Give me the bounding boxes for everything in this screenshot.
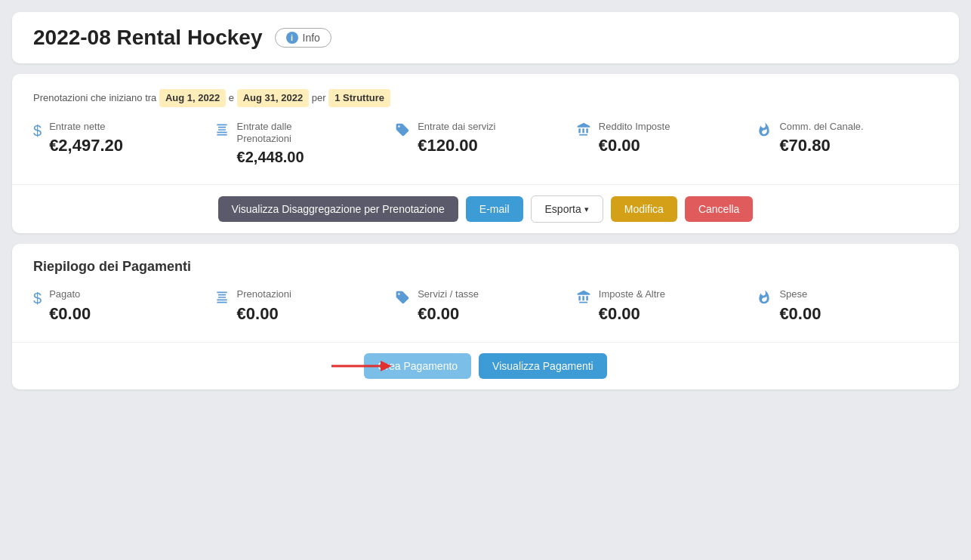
bottom-actions: Crea Pagamento Visualizza Pagamenti (12, 343, 959, 389)
header-text: Prenotazioni che iniziano tra (33, 92, 156, 103)
payment-value-2: €0.00 (418, 304, 479, 324)
stat-item-3: Reddito Imposte €0.00 (576, 121, 757, 156)
info-icon: i (286, 32, 298, 44)
stat-value-0: €2,497.20 (49, 136, 123, 155)
stat-item-4: Comm. del Canale. €70.80 (757, 121, 938, 156)
stat-value-1: €2,448.00 (237, 149, 304, 166)
action-bar: Visualizza Disaggregazione per Prenotazi… (12, 185, 959, 233)
payment-value-0: €0.00 (49, 304, 91, 324)
info-button-label: Info (303, 32, 320, 44)
esporta-label: Esporta (545, 203, 581, 215)
stats-header: Prenotazioni che iniziano tra Aug 1, 202… (33, 89, 938, 107)
crea-pagamento-button[interactable]: Crea Pagamento (364, 353, 471, 379)
stats-row: $ Entrate nette €2,497.20 Entrate dalleP… (33, 121, 938, 167)
email-button[interactable]: E-mail (466, 196, 523, 222)
payment-stat-2: Servizi / tasse €0.00 (395, 288, 576, 324)
payment-stat-0: $ Pagato €0.00 (33, 288, 214, 324)
payment-value-3: €0.00 (599, 304, 665, 324)
payments-stats-row: $ Pagato €0.00 Prenotazioni €0.00 (33, 288, 938, 342)
payment-label-1: Prenotazioni (237, 288, 291, 301)
stat-item-2: Entrate dai servizi €120.00 (395, 121, 576, 156)
title-card: 2022-08 Rental Hockey i Info (12, 12, 959, 63)
payment-value-1: €0.00 (237, 304, 291, 324)
payment-stat-3: Imposte & Altre €0.00 (576, 288, 757, 324)
building-icon-1 (214, 122, 230, 141)
stat-label-1: Entrate dallePrenotazioni (237, 121, 304, 146)
esporta-dropdown-arrow: ▾ (584, 205, 589, 214)
payment-label-3: Imposte & Altre (599, 288, 665, 301)
stat-item-1: Entrate dallePrenotazioni €2,448.00 (214, 121, 396, 167)
fire-icon-p4 (757, 290, 772, 309)
bank-icon-p3 (576, 290, 591, 309)
payments-section: Riepilogo dei Pagamenti $ Pagato €0.00 P… (12, 244, 959, 342)
bank-icon-3 (576, 122, 591, 141)
stats-section: Prenotazioni che iniziano tra Aug 1, 202… (12, 74, 959, 184)
stat-label-4: Comm. del Canale. (779, 121, 863, 134)
esporta-button[interactable]: Esporta ▾ (531, 195, 603, 223)
visualizza-pagamenti-button[interactable]: Visualizza Pagamenti (479, 353, 607, 379)
payment-value-4: €0.00 (779, 304, 821, 324)
payments-card-wrapper: Riepilogo dei Pagamenti $ Pagato €0.00 P… (12, 244, 959, 389)
date-to-badge: Aug 31, 2022 (237, 89, 310, 107)
modifica-button[interactable]: Modifica (611, 196, 677, 222)
visualizza-disaggregazione-button[interactable]: Visualizza Disaggregazione per Prenotazi… (218, 196, 458, 222)
per-text: per (312, 92, 326, 103)
page-title: 2022-08 Rental Hockey (33, 26, 263, 50)
stat-value-3: €0.00 (599, 136, 670, 155)
strutture-badge: 1 Strutture (328, 89, 390, 107)
connector: e (229, 92, 234, 103)
tag-icon-2 (395, 122, 410, 141)
payments-title: Riepilogo dei Pagamenti (33, 259, 938, 275)
stat-label-2: Entrate dai servizi (418, 121, 495, 134)
dollar-icon-p0: $ (33, 290, 42, 307)
info-button[interactable]: i Info (275, 28, 331, 48)
stat-label-0: Entrate nette (49, 121, 123, 134)
stat-value-4: €70.80 (779, 136, 863, 155)
fire-icon-4 (757, 122, 772, 141)
building-icon-p1 (214, 290, 230, 309)
dollar-icon-0: $ (33, 122, 42, 140)
tag-icon-p2 (395, 290, 410, 309)
payment-label-0: Pagato (49, 288, 91, 301)
payment-stat-4: Spese €0.00 (757, 288, 938, 324)
payment-label-2: Servizi / tasse (418, 288, 479, 301)
cancella-button[interactable]: Cancella (685, 196, 753, 222)
payment-label-4: Spese (779, 288, 821, 301)
payment-stat-1: Prenotazioni €0.00 (214, 288, 396, 324)
stat-item-0: $ Entrate nette €2,497.20 (33, 121, 214, 156)
stat-label-3: Reddito Imposte (599, 121, 670, 134)
stat-value-2: €120.00 (418, 136, 495, 155)
date-from-badge: Aug 1, 2022 (159, 89, 226, 107)
